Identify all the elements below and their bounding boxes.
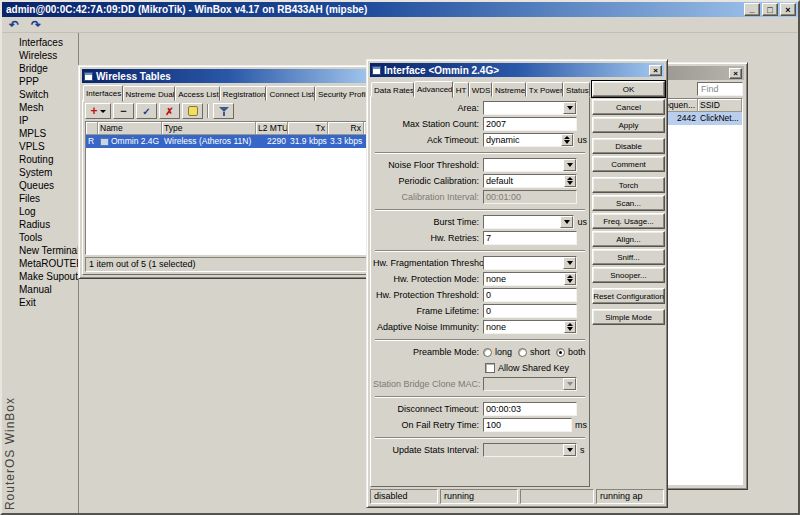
- hw-protection-threshold-input[interactable]: 0: [483, 288, 577, 302]
- tab-access-list[interactable]: Access List: [175, 86, 220, 101]
- update-stats-interval-dropdown[interactable]: [483, 443, 577, 457]
- radio-long[interactable]: long: [483, 347, 512, 357]
- sidebar-item-wireless[interactable]: Wireless: [2, 49, 78, 62]
- wireless-tables-titlebar[interactable]: Wireless Tables: [82, 69, 376, 83]
- periodic-calibration-combo[interactable]: default: [483, 174, 577, 188]
- sidebar-item-vpls[interactable]: VPLS: [2, 140, 78, 153]
- sidebar-item-queues[interactable]: Queues: [2, 179, 78, 192]
- sidebar-item-tools[interactable]: Tools: [2, 231, 78, 244]
- dropdown-arrow-icon[interactable]: [563, 159, 576, 171]
- remove-button[interactable]: −: [113, 103, 134, 119]
- app-titlebar[interactable]: admin@00:0C:42:7A:09:DD (MikroTik) - Win…: [2, 2, 798, 17]
- column-tx[interactable]: Tx: [288, 122, 328, 135]
- reset-configuration-button[interactable]: Reset Configuration: [592, 288, 665, 304]
- updown-icon[interactable]: [561, 134, 573, 146]
- sidebar-item-log[interactable]: Log: [2, 205, 78, 218]
- disable-button[interactable]: Disable: [592, 138, 665, 154]
- snooper-button[interactable]: Snooper...: [592, 267, 665, 283]
- comment-button[interactable]: [182, 103, 203, 119]
- dropdown-arrow-icon[interactable]: [560, 216, 573, 228]
- interface-dialog-titlebar[interactable]: Interface <Ommin 2.4G> ×: [370, 63, 664, 77]
- sidebar-item-new-terminal[interactable]: New Terminal: [2, 244, 78, 257]
- allow-shared-key-checkbox[interactable]: Allow Shared Key: [485, 363, 569, 373]
- burst-time-dropdown[interactable]: [483, 215, 574, 229]
- tab-registration[interactable]: Registration: [220, 86, 267, 101]
- sidebar-item-make-supout[interactable]: Make Supout.rif: [2, 270, 78, 283]
- table-row[interactable]: R Ommin 2.4G Wireless (Atheros 11N) 2290…: [86, 135, 372, 148]
- updown-icon[interactable]: [564, 321, 576, 333]
- disconnect-timeout-input[interactable]: 00:00:03: [483, 402, 577, 416]
- tab-ht[interactable]: HT: [453, 82, 469, 97]
- tab-data-rates[interactable]: Data Rates: [371, 82, 414, 97]
- sidebar-item-radius[interactable]: Radius: [2, 218, 78, 231]
- area-dropdown[interactable]: [483, 101, 577, 115]
- sidebar-item-mesh[interactable]: Mesh: [2, 101, 78, 114]
- updown-icon[interactable]: [564, 175, 576, 187]
- sidebar-item-manual[interactable]: Manual: [2, 283, 78, 296]
- freq-usage-button[interactable]: Freq. Usage...: [592, 213, 665, 229]
- tab-tx-power[interactable]: Tx Power: [526, 82, 563, 97]
- hw-retries-input[interactable]: 7: [483, 231, 577, 245]
- dropdown-arrow-icon[interactable]: [563, 444, 576, 456]
- maximize-button[interactable]: □: [762, 3, 778, 16]
- add-button[interactable]: +: [85, 103, 111, 119]
- sidebar-item-routing[interactable]: Routing: [2, 153, 78, 166]
- updown-icon[interactable]: [564, 273, 576, 285]
- cancel-button[interactable]: Cancel: [592, 99, 665, 115]
- dropdown-arrow-icon[interactable]: [563, 102, 576, 114]
- tab-connect-list[interactable]: Connect List: [266, 86, 314, 101]
- sidebar-item-mpls[interactable]: MPLS: [2, 127, 78, 140]
- find-input[interactable]: Find: [697, 82, 743, 96]
- on-fail-retry-time-input[interactable]: 100: [483, 418, 572, 432]
- scan-close-button[interactable]: ×: [729, 68, 742, 79]
- filter-button[interactable]: [213, 103, 234, 119]
- sniff-button[interactable]: Sniff...: [592, 249, 665, 265]
- sidebar-item-ppp[interactable]: PPP: [2, 75, 78, 88]
- max-station-count-input[interactable]: 2007: [483, 117, 577, 131]
- undo-button[interactable]: ↶: [4, 18, 24, 32]
- tab-status[interactable]: Status: [563, 82, 590, 97]
- enable-button[interactable]: ✓: [136, 103, 157, 119]
- apply-button[interactable]: Apply: [592, 117, 665, 133]
- sidebar-item-switch[interactable]: Switch: [2, 88, 78, 101]
- radio-short[interactable]: short: [518, 347, 550, 357]
- tab-interfaces[interactable]: Interfaces: [83, 85, 123, 102]
- sidebar-item-system[interactable]: System: [2, 166, 78, 179]
- hw-protection-mode-combo[interactable]: none: [483, 272, 577, 286]
- sidebar-item-interfaces[interactable]: Interfaces: [2, 36, 78, 49]
- comment-button[interactable]: Comment: [592, 156, 665, 172]
- sidebar-item-metarouter[interactable]: MetaROUTER: [2, 257, 78, 270]
- column-l2mtu[interactable]: L2 MTU: [256, 122, 288, 135]
- tab-advanced[interactable]: Advanced: [414, 81, 453, 98]
- radio-both[interactable]: both: [556, 347, 586, 357]
- adaptive-noise-immunity-combo[interactable]: none: [483, 320, 577, 334]
- sidebar-item-ip[interactable]: IP: [2, 114, 78, 127]
- hw-fragmentation-threshold-dropdown[interactable]: [483, 256, 577, 270]
- simple-mode-button[interactable]: Simple Mode: [592, 309, 665, 325]
- close-button[interactable]: ×: [780, 3, 796, 16]
- disable-button[interactable]: ✗: [159, 103, 180, 119]
- minimize-button[interactable]: _: [744, 3, 760, 16]
- scan-ssid-cell: ClickNet...: [698, 112, 742, 125]
- redo-button[interactable]: ↷: [26, 18, 46, 32]
- dialog-close-button[interactable]: ×: [649, 65, 662, 76]
- sidebar-item-exit[interactable]: Exit: [2, 296, 78, 309]
- scan-button[interactable]: Scan...: [592, 195, 665, 211]
- column-name[interactable]: Name: [98, 122, 162, 135]
- dropdown-arrow-icon[interactable]: [563, 257, 576, 269]
- tab-nstreme-dual[interactable]: Nstreme Dual: [123, 86, 176, 101]
- sidebar-item-files[interactable]: Files: [2, 192, 78, 205]
- align-button[interactable]: Align...: [592, 231, 665, 247]
- frame-lifetime-input[interactable]: 0: [483, 304, 577, 318]
- column-rx[interactable]: Rx: [328, 122, 364, 135]
- tab-nstreme[interactable]: Nstreme: [492, 82, 526, 97]
- torch-button[interactable]: Torch: [592, 177, 665, 193]
- ok-button[interactable]: OK: [592, 81, 665, 97]
- ack-timeout-combo[interactable]: dynamic: [483, 133, 574, 147]
- column-type[interactable]: Type: [162, 122, 256, 135]
- sidebar-item-bridge[interactable]: Bridge: [2, 62, 78, 75]
- column-flags[interactable]: [86, 122, 98, 135]
- noise-floor-threshold-dropdown[interactable]: [483, 158, 577, 172]
- column-ssid[interactable]: SSID: [698, 99, 742, 112]
- tab-wds[interactable]: WDS: [469, 82, 492, 97]
